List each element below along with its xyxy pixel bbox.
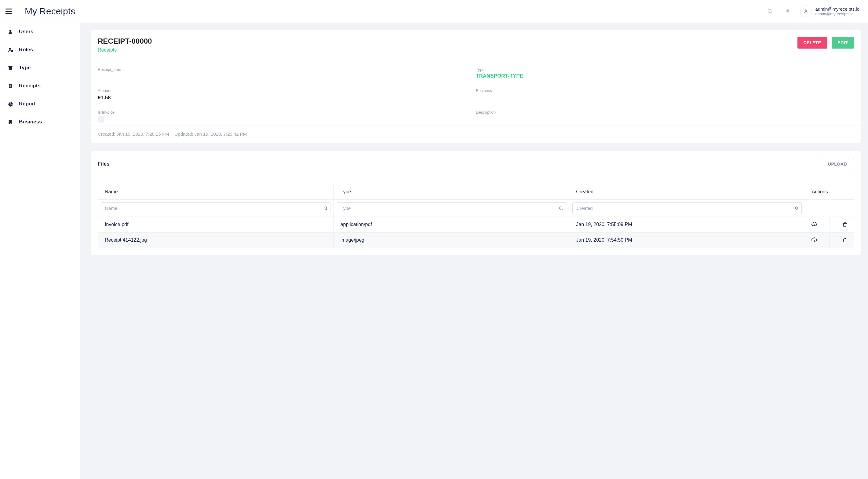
sidebar-item-receipts[interactable]: Receipts [0, 77, 80, 95]
sidebar-item-label: Type [19, 65, 31, 71]
sidebar-item-label: Report [19, 101, 36, 107]
sidebar-item-type[interactable]: Type [0, 59, 80, 77]
files-table: Name Type Created Actions [98, 184, 854, 248]
building-icon [8, 119, 14, 125]
svg-rect-15 [10, 123, 11, 124]
col-actions: Actions [805, 184, 854, 200]
svg-rect-13 [9, 122, 10, 122]
user-secondary: admin@myreceipts.io [815, 11, 860, 16]
svg-rect-6 [10, 68, 11, 68]
search-icon[interactable] [795, 206, 799, 210]
cell-created: Jan 19, 2020, 7:55:09 PM [569, 217, 805, 233]
divider [19, 7, 19, 16]
main-content: RECEIPT-00000 Receipts DELETE EDIT Recei… [80, 23, 868, 479]
trash-icon[interactable] [842, 222, 847, 227]
svg-rect-12 [11, 121, 11, 121]
field-label: Description [476, 110, 854, 115]
pie-chart-icon [8, 101, 14, 107]
is-invoice-checkbox[interactable] [98, 116, 104, 122]
receipt-icon [8, 83, 14, 88]
trash-icon[interactable] [842, 237, 847, 243]
field-label: Is Invoice [98, 110, 476, 115]
page-title: RECEIPT-00000 [98, 37, 798, 46]
svg-point-18 [560, 207, 562, 209]
app-title: My Receipts [25, 6, 75, 17]
receipt-detail-card: RECEIPT-00000 Receipts DELETE EDIT Recei… [91, 30, 861, 143]
search-icon[interactable] [767, 8, 773, 14]
svg-point-3 [9, 48, 11, 50]
sidebar: Users Roles Type Receipts Report Busines… [0, 23, 80, 479]
field-label: Receipt_date [98, 67, 476, 72]
avatar-letter: A [804, 8, 808, 14]
filter-type-input[interactable] [337, 203, 559, 214]
filter-name [101, 202, 331, 214]
download-icon[interactable] [811, 221, 817, 228]
menu-toggle-icon[interactable] [5, 8, 12, 14]
field-business: Business [476, 88, 854, 101]
user-block[interactable]: admin@myreceipts.io admin@myreceipts.io [815, 6, 860, 16]
filter-name-input[interactable] [101, 203, 323, 214]
cell-name: Receipt 414122.jpg [98, 233, 334, 248]
svg-point-20 [795, 207, 798, 209]
table-row: Invoice.pdf application/pdf Jan 19, 2020… [98, 217, 854, 233]
sidebar-item-business[interactable]: Business [0, 113, 80, 131]
files-title: Files [98, 161, 821, 167]
col-type[interactable]: Type [334, 184, 569, 200]
svg-rect-8 [9, 86, 11, 86]
svg-line-19 [562, 209, 563, 210]
sidebar-item-roles[interactable]: Roles [0, 41, 80, 59]
svg-point-16 [324, 207, 327, 209]
field-receipt-date: Receipt_date [98, 67, 476, 79]
sidebar-item-users[interactable]: Users [0, 23, 80, 41]
bell-icon[interactable] [785, 9, 790, 14]
svg-rect-5 [9, 67, 12, 70]
archive-icon [8, 65, 14, 70]
user-icon [8, 29, 14, 34]
delete-button[interactable]: DELETE [798, 37, 827, 49]
cell-type: application/pdf [334, 217, 569, 233]
sidebar-item-report[interactable]: Report [0, 95, 80, 113]
edit-button[interactable]: EDIT [832, 37, 854, 49]
download-icon[interactable] [811, 237, 817, 243]
svg-rect-14 [11, 122, 11, 122]
svg-rect-7 [9, 85, 11, 85]
svg-rect-4 [8, 66, 12, 67]
col-created[interactable]: Created [569, 184, 805, 200]
type-link[interactable]: TRANSPORT-TYPE [476, 73, 523, 79]
cell-type: image/jpeg [334, 233, 569, 248]
upload-button[interactable]: UPLOAD [821, 158, 854, 170]
avatar[interactable]: A [800, 5, 812, 17]
filter-created [572, 202, 802, 214]
field-type: Type TRANSPORT-TYPE [476, 67, 854, 79]
cell-name: Invoice.pdf [98, 217, 334, 233]
sidebar-item-label: Roles [19, 47, 33, 53]
filter-type [337, 202, 566, 214]
field-value: 91.58 [98, 95, 476, 101]
svg-line-17 [326, 209, 327, 210]
col-name[interactable]: Name [98, 184, 334, 200]
field-is-invoice: Is Invoice [98, 110, 476, 122]
table-row: Receipt 414122.jpg image/jpeg Jan 19, 20… [98, 233, 854, 248]
svg-rect-11 [9, 121, 10, 121]
user-primary: admin@myreceipts.io [815, 6, 860, 11]
svg-line-1 [771, 12, 772, 13]
field-amount: Amount 91.58 [98, 88, 476, 101]
field-description: Description [476, 110, 854, 122]
files-card: Files UPLOAD Name Type Created Actions [91, 151, 861, 255]
divider [779, 8, 779, 14]
updated-timestamp: Updated: Jan 19, 2020, 7:29:42 PM [175, 131, 247, 137]
field-label: Type [476, 67, 854, 72]
search-icon[interactable] [323, 206, 328, 210]
svg-point-0 [768, 9, 771, 13]
field-label: Business [476, 88, 854, 93]
sidebar-item-label: Business [19, 119, 42, 125]
filter-created-input[interactable] [573, 203, 795, 214]
sidebar-item-label: Users [19, 29, 33, 35]
breadcrumb-receipts-link[interactable]: Receipts [98, 47, 117, 53]
sidebar-item-label: Receipts [19, 83, 41, 89]
search-icon[interactable] [559, 206, 563, 210]
created-timestamp: Created: Jan 19, 2020, 7:28:25 PM [98, 131, 169, 137]
topbar: My Receipts A admin@myreceipts.io admin@… [0, 0, 868, 23]
user-shield-icon [8, 47, 14, 53]
svg-line-21 [798, 209, 798, 210]
